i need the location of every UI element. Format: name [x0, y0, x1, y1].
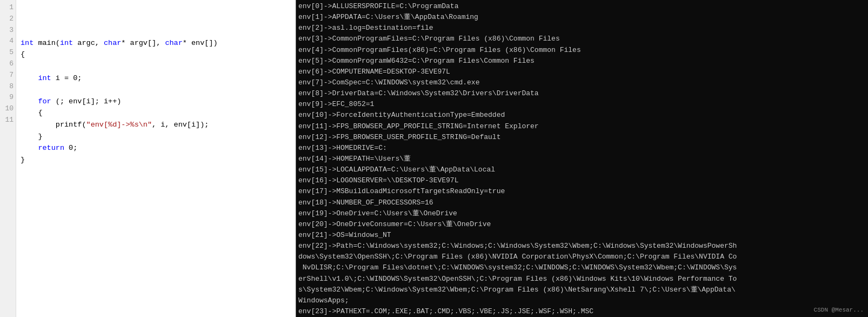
- terminal-line: env[6]->COMPUTERNAME=DESKTOP-3EVE97L: [298, 67, 866, 77]
- terminal-line: env[23]->PATHEXT=.COM;.EXE;.BAT;.CMD;.VB…: [298, 306, 866, 317]
- terminal-line: env[7]->ComSpec=C:\WINDOWS\system32\cmd.…: [298, 77, 866, 88]
- code-editor: 1234567891011 int main(int argc, char* a…: [0, 0, 296, 317]
- terminal-line: env[3]->CommonProgramFiles=C:\Program Fi…: [298, 34, 866, 44]
- terminal-line: env[18]->NUMBER_OF_PROCESSORS=16: [298, 197, 866, 208]
- terminal-line: env[20]->OneDriveConsumer=C:\Users\董\One…: [298, 219, 866, 230]
- terminal-line: WindowsApps;: [298, 295, 866, 306]
- terminal-line: env[22]->Path=C:\Windows\system32;C:\Win…: [298, 241, 866, 252]
- code-line: [21, 84, 291, 96]
- watermark: CSDN @Mesar...: [814, 306, 864, 315]
- code-line: }: [21, 131, 291, 143]
- terminal-line: env[8]->DriverData=C:\Windows\System32\D…: [298, 88, 866, 99]
- terminal-line: env[13]->HOMEDRIVE=C:: [298, 143, 866, 154]
- line-numbers: 1234567891011: [0, 0, 16, 317]
- terminal-line: env[17]->MSBuildLoadMicrosoftTargetsRead…: [298, 186, 866, 197]
- terminal-line: env[11]->FPS_BROWSER_APP_PROFILE_STRING=…: [298, 121, 866, 132]
- terminal-line: env[2]->asl.log=Destination=file: [298, 23, 866, 34]
- terminal-line: env[0]->ALLUSERSPROFILE=C:\ProgramData: [298, 1, 866, 12]
- terminal-line: dows\System32\OpenSSH\;C:\Program Files …: [298, 252, 866, 262]
- terminal-line: s\System32\Wbem;C:\Windows\System32\Wbem…: [298, 285, 866, 295]
- code-line: }: [21, 154, 291, 166]
- terminal-line: env[16]->LOGONSERVER=\\DESKTOP-3EVE97L: [298, 175, 866, 186]
- code-content[interactable]: int main(int argc, char* argv[], char* e…: [16, 0, 296, 317]
- terminal-line: env[15]->LOCALAPPDATA=C:\Users\董\AppData…: [298, 164, 866, 175]
- terminal-line: env[5]->CommonProgramW6432=C:\Program Fi…: [298, 56, 866, 67]
- terminal-line: env[4]->CommonProgramFiles(x86)=C:\Progr…: [298, 45, 866, 56]
- code-line: printf("env[%d]->%s\n", i, env[i]);: [21, 119, 291, 131]
- code-line: {: [21, 107, 291, 119]
- terminal-output[interactable]: env[0]->ALLUSERSPROFILE=C:\ProgramDataen…: [296, 0, 868, 317]
- code-line: for (; env[i]; i++): [21, 96, 291, 108]
- code-line: int i = 0;: [21, 72, 291, 84]
- code-line: [21, 61, 291, 72]
- terminal-line: NvDLISR;C:\Program Files\dotnet\;C:\WIND…: [298, 262, 866, 273]
- terminal-line: env[10]->ForceIdentityAuthenticationType…: [298, 110, 866, 121]
- code-line: {: [21, 49, 291, 61]
- terminal-line: env[9]->EFC_8052=1: [298, 99, 866, 110]
- terminal-line: env[1]->APPDATA=C:\Users\董\AppData\Roami…: [298, 12, 866, 23]
- terminal-line: env[14]->HOMEPATH=\Users\董: [298, 154, 866, 164]
- terminal-line: env[21]->OS=Windows_NT: [298, 230, 866, 241]
- terminal-line: erShell\v1.0\;C:\WINDOWS\System32\OpenSS…: [298, 274, 866, 285]
- terminal-line: env[19]->OneDrive=C:\Users\董\OneDrive: [298, 208, 866, 219]
- code-line: return 0;: [21, 142, 291, 154]
- code-line: int main(int argc, char* argv[], char* e…: [21, 37, 291, 49]
- terminal-line: env[12]->FPS_BROWSER_USER_PROFILE_STRING…: [298, 132, 866, 143]
